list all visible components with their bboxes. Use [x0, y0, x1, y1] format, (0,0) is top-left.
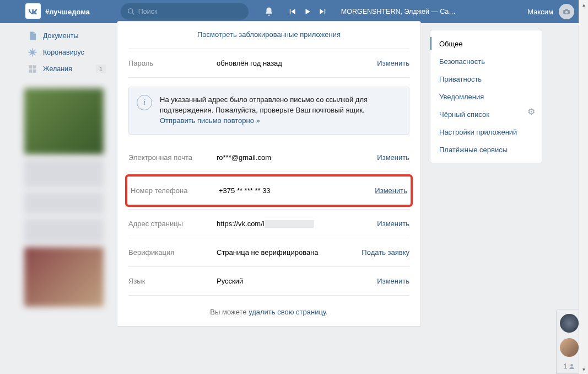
change-language-link[interactable]: Изменить [377, 277, 409, 285]
nav-documents[interactable]: Документы [24, 28, 110, 44]
svg-rect-13 [29, 70, 32, 73]
settings-nav-panel: Общее Безопасность Приватность Уведомлен… [430, 30, 542, 327]
settings-nav-payments[interactable]: Платёжные сервисы [430, 141, 542, 158]
scroll-up-arrow[interactable]: ▴ [579, 0, 588, 9]
widget-blurred [24, 192, 104, 214]
user-name: Максим [527, 8, 553, 16]
blocked-apps-link[interactable]: Посмотреть заблокированные приложения [197, 30, 341, 39]
row-email: Электронная почта ro***@gmail.com Измени… [128, 143, 409, 172]
avatar [559, 4, 574, 19]
verify-request-link[interactable]: Подать заявку [362, 248, 409, 257]
resend-email-link[interactable]: Отправить письмо повторно » [160, 116, 260, 125]
search-box[interactable] [121, 3, 249, 20]
vertical-scrollbar[interactable]: ▴ ▾ [579, 0, 588, 374]
settings-nav-general[interactable]: Общее [430, 35, 542, 52]
row-label: Электронная почта [128, 153, 217, 162]
blocked-apps-row: Посмотреть заблокированные приложения [128, 22, 409, 49]
row-address: Адрес страницы https://vk.com/i Изменить [128, 209, 409, 239]
svg-point-2 [30, 50, 35, 55]
row-value: Страница не верифицирована [217, 248, 362, 257]
svg-rect-14 [33, 70, 36, 73]
person-icon [569, 364, 575, 370]
friend-avatar[interactable] [560, 314, 579, 333]
row-value: Русский [217, 277, 377, 285]
row-value: ro***@gmail.com [217, 153, 377, 162]
widget-blurred [24, 218, 104, 243]
nav-item-label: Коронавирус [43, 49, 84, 56]
nav-item-label: Документы [43, 32, 78, 40]
friend-avatar[interactable] [560, 338, 579, 357]
change-phone-link[interactable]: Изменить [375, 186, 407, 195]
email-confirm-notice: i На указанный адрес было отправлено пис… [128, 87, 409, 135]
friends-online-count: 1 [564, 362, 575, 370]
audio-player: MORGENSHTERN, Элджей — Cadill... [288, 8, 457, 15]
virus-icon [28, 47, 37, 57]
svg-line-7 [30, 50, 31, 51]
scroll-down-arrow[interactable]: ▾ [579, 365, 588, 374]
row-value: https://vk.com/i [217, 220, 377, 228]
settings-nav-security[interactable]: Безопасность [430, 52, 542, 70]
nav-coronavirus[interactable]: Коронавирус [24, 44, 110, 61]
document-icon [28, 31, 37, 41]
squares-icon [28, 64, 37, 74]
prev-track-icon[interactable] [288, 8, 296, 15]
delete-page-row: Вы можете удалить свою страницу. [128, 295, 409, 326]
row-value: обновлён год назад [217, 59, 377, 67]
svg-line-8 [34, 54, 35, 55]
row-label: Пароль [128, 59, 217, 67]
change-address-link[interactable]: Изменить [377, 220, 409, 228]
delete-page-link[interactable]: удалить свою страницу [249, 308, 326, 316]
row-language: Язык Русский Изменить [128, 267, 409, 295]
url-hidden-part [265, 220, 314, 228]
svg-point-0 [128, 9, 133, 13]
svg-rect-11 [29, 65, 32, 68]
info-icon: i [137, 95, 152, 110]
row-label: Верификация [128, 248, 217, 257]
widget-blurred [24, 88, 104, 154]
settings-nav-apps[interactable]: Настройки приложений [430, 123, 542, 141]
now-playing-track[interactable]: MORGENSHTERN, Элджей — Cadill... [341, 8, 457, 15]
delete-prefix: Вы можете [210, 308, 249, 316]
hashtag-link[interactable]: #лучшедома [45, 8, 90, 16]
camera-icon [563, 8, 570, 15]
change-password-link[interactable]: Изменить [377, 59, 409, 67]
phone-highlight: Номер телефона +375 ** *** ** 33 Изменит… [125, 174, 413, 207]
settings-nav-privacy[interactable]: Приватность [430, 70, 542, 88]
settings-panel: Посмотреть заблокированные приложения Па… [117, 21, 421, 327]
user-menu[interactable]: Максим ▾ [527, 0, 582, 23]
vk-logo[interactable] [25, 3, 41, 19]
next-track-icon[interactable] [319, 8, 327, 15]
svg-rect-12 [33, 65, 36, 68]
settings-nav: Общее Безопасность Приватность Уведомлен… [430, 30, 542, 163]
nav-badge: 1 [96, 65, 106, 73]
notifications-icon[interactable] [264, 6, 274, 17]
change-email-link[interactable]: Изменить [377, 153, 409, 162]
delete-suffix: . [326, 308, 328, 316]
search-icon [127, 8, 135, 15]
row-label: Язык [128, 277, 217, 285]
svg-line-1 [132, 13, 134, 15]
play-icon[interactable] [304, 8, 311, 15]
row-label: Адрес страницы [128, 220, 217, 228]
row-phone: Номер телефона +375 ** *** ** 33 Изменит… [131, 177, 407, 205]
row-value: +375 ** *** ** 33 [219, 186, 375, 195]
left-sidebar: Документы Коронавирус Желания 1 [0, 23, 110, 327]
settings-nav-notifications[interactable]: Уведомления [430, 88, 542, 105]
top-bar: #лучшедома MORGENSHTERN, Элджей — Cadill… [0, 0, 588, 23]
widget-blurred [24, 247, 104, 307]
settings-nav-blacklist[interactable]: Чёрный список [430, 105, 542, 123]
row-password: Пароль обновлён год назад Изменить [128, 49, 409, 78]
nav-wishes[interactable]: Желания 1 [24, 61, 110, 77]
row-verification: Верификация Страница не верифицирована П… [128, 238, 409, 267]
svg-line-9 [30, 54, 31, 55]
svg-line-10 [34, 50, 35, 51]
vk-icon [28, 8, 39, 14]
gear-icon[interactable]: ⚙ [527, 106, 535, 117]
nav-item-label: Желания [43, 65, 72, 73]
widget-blurred [24, 159, 104, 188]
row-label: Номер телефона [131, 186, 219, 195]
notice-text: На указанный адрес было отправлено письм… [160, 95, 368, 114]
sidebar-widgets [24, 88, 104, 307]
search-input[interactable] [138, 8, 238, 15]
